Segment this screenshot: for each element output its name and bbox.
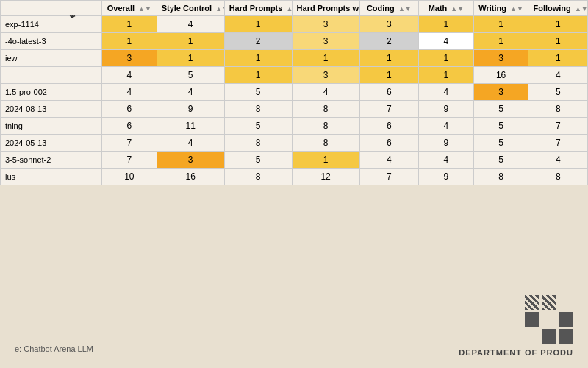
logo-cell-3 [559, 295, 573, 310]
table-row: 1.5-pro-00244546435 [1, 84, 588, 101]
cell-math: 4 [419, 33, 474, 50]
cell-overall: 6 [101, 101, 157, 118]
cell-writing: 5 [473, 135, 528, 152]
table-row: tning611586457 [1, 118, 588, 135]
cell-hard_prompts: 8 [224, 169, 292, 185]
cell-math: 1 [419, 16, 474, 33]
cell-following: 8 [528, 101, 588, 118]
cell-following: 4 [528, 67, 588, 84]
cell-following: 1 [528, 33, 588, 50]
cell-math: 4 [419, 152, 474, 169]
sort-arrow-writing: ▲▼ [510, 5, 523, 13]
cell-writing: 3 [473, 50, 528, 67]
cell-hard_w_style: 8 [292, 118, 359, 135]
col-label-wstyle: Hard Prompts w/ Style Control [297, 4, 359, 13]
sort-arrow-following: ▲▼ [575, 5, 588, 13]
sort-arrow-overall: ▲▼ [138, 5, 151, 13]
cell-math: 1 [419, 50, 474, 67]
cell-hard_prompts: 5 [224, 118, 292, 135]
col-header-model[interactable] [1, 1, 102, 16]
col-header-math[interactable]: Math ▲▼ [419, 1, 474, 16]
table-row: -4o-latest-311232411 [1, 33, 588, 50]
cell-style_control: 4 [157, 16, 224, 33]
cell-hard_w_style: 3 [292, 67, 359, 84]
cell-coding: 1 [359, 50, 418, 67]
cell-hard_prompts: 5 [224, 84, 292, 101]
table-row: 2024-08-1369887958 [1, 101, 588, 118]
logo-cell-2 [542, 295, 556, 310]
logo-cell-4 [525, 312, 539, 327]
col-header-coding[interactable]: Coding ▲▼ [359, 1, 418, 16]
department-logo: DEPARTMENT OF PRODU [459, 295, 573, 357]
cell-coding: 2 [359, 33, 418, 50]
cell-math: 9 [419, 135, 474, 152]
cell-overall: 1 [101, 33, 157, 50]
sort-arrow-math: ▲▼ [451, 5, 464, 13]
sort-arrow-hard: ▲▼ [286, 5, 292, 13]
dept-label: DEPARTMENT OF PRODU [459, 348, 573, 357]
cell-style_control: 16 [157, 169, 224, 185]
col-header-style[interactable]: Style Control ▲▼ [157, 1, 224, 16]
cell-hard_w_style: 3 [292, 16, 359, 33]
source-citation: e: Chatbot Arena LLM [15, 344, 93, 353]
cell-writing: 5 [473, 101, 528, 118]
cell-model: -4o-latest-3 [1, 33, 102, 50]
col-header-writing[interactable]: Writing ▲▼ [473, 1, 528, 16]
cell-writing: 5 [473, 152, 528, 169]
col-header-following[interactable]: Following ▲▼ [528, 1, 588, 16]
cell-following: 7 [528, 135, 588, 152]
cell-model: 3-5-sonnet-2 [1, 152, 102, 169]
cell-writing: 3 [473, 84, 528, 101]
cell-style_control: 11 [157, 118, 224, 135]
table-row: exp-111414133111 [1, 16, 588, 33]
cell-following: 1 [528, 16, 588, 33]
cell-style_control: 5 [157, 67, 224, 84]
cell-model: tning [1, 118, 102, 135]
cell-coding: 6 [359, 118, 418, 135]
logo-cell-1 [525, 295, 539, 310]
col-label-hard: Hard Prompts [229, 4, 283, 13]
logo-cell-5 [542, 312, 556, 327]
logo-cell-8 [542, 329, 556, 344]
col-header-overall[interactable]: Overall ▲▼ [101, 1, 157, 16]
cell-hard_prompts: 8 [224, 135, 292, 152]
col-header-hard[interactable]: Hard Prompts ▲▼ [224, 1, 292, 16]
cell-overall: 4 [101, 67, 157, 84]
cell-hard_w_style: 12 [292, 169, 359, 185]
cell-model: 1.5-pro-002 [1, 84, 102, 101]
cell-following: 7 [528, 118, 588, 135]
cell-math: 9 [419, 101, 474, 118]
col-label-math: Math [429, 4, 448, 13]
cell-coding: 3 [359, 16, 418, 33]
sort-arrow-style: ▲▼ [215, 5, 224, 13]
cell-overall: 1 [101, 16, 157, 33]
cell-math: 9 [419, 169, 474, 185]
cell-following: 5 [528, 84, 588, 101]
cell-overall: 7 [101, 152, 157, 169]
cell-overall: 4 [101, 84, 157, 101]
cell-writing: 16 [473, 67, 528, 84]
cell-hard_prompts: 1 [224, 67, 292, 84]
col-label-overall: Overall [107, 4, 135, 13]
logo-cell-7 [525, 329, 539, 344]
cell-overall: 7 [101, 135, 157, 152]
table-row: 3-5-sonnet-273514454 [1, 152, 588, 169]
col-label-writing: Writing [478, 4, 506, 13]
cell-writing: 1 [473, 33, 528, 50]
data-table-wrapper: Overall ▲▼ Style Control ▲▼ Hard Prompts… [0, 0, 588, 185]
cell-hard_prompts: 8 [224, 101, 292, 118]
cell-coding: 7 [359, 169, 418, 185]
cell-hard_prompts: 2 [224, 33, 292, 50]
cell-math: 4 [419, 118, 474, 135]
table-row: 2024-05-1374886957 [1, 135, 588, 152]
cell-coding: 4 [359, 152, 418, 169]
cell-model: exp-1114 [1, 16, 102, 33]
cell-style_control: 9 [157, 101, 224, 118]
table-row: lus10168127988 [1, 169, 588, 185]
rankings-table: Overall ▲▼ Style Control ▲▼ Hard Prompts… [0, 0, 588, 185]
cell-style_control: 1 [157, 50, 224, 67]
col-header-wstyle[interactable]: Hard Prompts w/ Style Control ▲▼ [292, 1, 359, 16]
cell-overall: 6 [101, 118, 157, 135]
cell-writing: 5 [473, 118, 528, 135]
cell-overall: 3 [101, 50, 157, 67]
